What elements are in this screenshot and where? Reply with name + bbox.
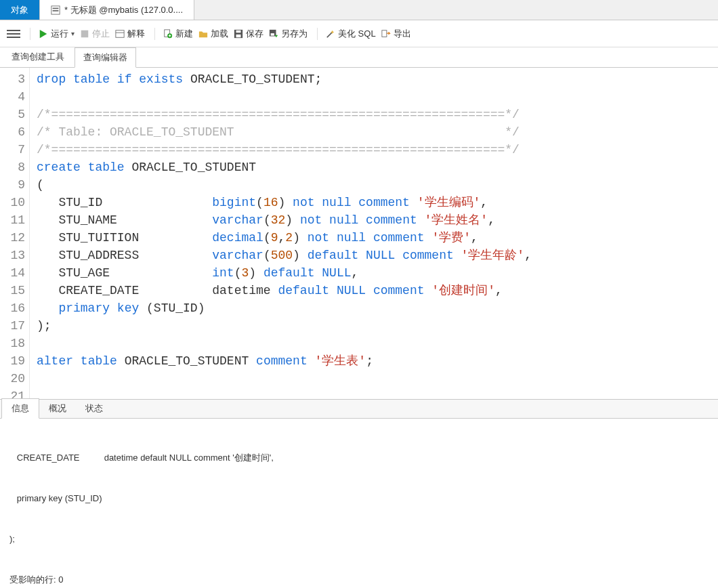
new-label: 新建 <box>175 28 193 40</box>
result-tab-status[interactable]: 状态 <box>76 399 112 418</box>
explain-icon <box>115 29 125 39</box>
tab-objects[interactable]: 对象 <box>0 0 40 20</box>
subtab-editor-label: 查询编辑器 <box>83 52 127 62</box>
beautify-label: 美化 SQL <box>338 28 376 40</box>
stop-icon <box>80 29 89 39</box>
top-tabs: 对象 * 无标题 @mybatis (127.0.0.... <box>0 0 718 20</box>
result-tab-profile-label: 概况 <box>49 403 66 413</box>
result-tab-info-label: 信息 <box>12 403 29 413</box>
tab-file[interactable]: * 无标题 @mybatis (127.0.0.... <box>40 0 194 20</box>
export-icon <box>381 29 391 39</box>
result-line: CREATE_DATE datetime default NULL commen… <box>9 451 709 465</box>
subtab-editor[interactable]: 查询编辑器 <box>75 47 136 68</box>
stop-button[interactable]: 停止 <box>80 28 110 40</box>
export-button[interactable]: 导出 <box>381 28 411 40</box>
save-as-button[interactable]: 另存为 <box>269 28 308 40</box>
save-label: 保存 <box>246 28 263 40</box>
toolbar-group-run: 运行 ▾ 停止 解释 <box>30 28 145 40</box>
toolbar: 运行 ▾ 停止 解释 新建 加载 <box>0 20 718 47</box>
result-pane[interactable]: CREATE_DATE datetime default NULL commen… <box>0 419 718 588</box>
code-editor[interactable]: 3456789101112131415161718192021 drop tab… <box>0 68 718 400</box>
new-icon <box>163 29 173 39</box>
stop-label: 停止 <box>92 28 110 40</box>
result-tab-status-label: 状态 <box>85 403 103 413</box>
svg-rect-12 <box>236 34 241 37</box>
tab-file-label: * 无标题 @mybatis (127.0.0.... <box>64 4 183 16</box>
svg-rect-5 <box>116 30 124 37</box>
run-button[interactable]: 运行 ▾ <box>39 28 75 40</box>
result-line: ); <box>9 532 709 546</box>
svg-rect-1 <box>53 7 59 9</box>
toolbar-group-sql: 美化 SQL 导出 <box>317 28 411 40</box>
svg-rect-17 <box>382 30 387 37</box>
open-folder-icon <box>198 29 208 39</box>
svg-rect-13 <box>236 30 241 33</box>
save-as-icon <box>269 29 278 39</box>
result-tab-profile[interactable]: 概况 <box>39 399 76 418</box>
menu-button[interactable] <box>7 27 20 41</box>
new-button[interactable]: 新建 <box>163 28 193 40</box>
toolbar-group-file: 新建 加载 保存 另存为 <box>154 28 308 40</box>
subtab-builder-label: 查询创建工具 <box>12 51 64 62</box>
result-line: primary key (STU_ID) <box>9 492 709 505</box>
chevron-down-icon: ▾ <box>71 30 75 37</box>
svg-rect-2 <box>53 10 59 12</box>
result-tab-info[interactable]: 信息 <box>1 398 39 419</box>
export-label: 导出 <box>394 28 411 40</box>
save-button[interactable]: 保存 <box>234 28 263 40</box>
load-button[interactable]: 加载 <box>198 28 228 40</box>
save-icon <box>234 29 243 39</box>
explain-button[interactable]: 解释 <box>115 28 145 40</box>
explain-label: 解释 <box>127 28 145 40</box>
code-area[interactable]: drop table if exists ORACLE_TO_STUDENT; … <box>30 68 718 399</box>
result-tabs: 信息 概况 状态 <box>0 400 718 419</box>
line-gutter: 3456789101112131415161718192021 <box>0 68 30 399</box>
wand-icon <box>326 29 335 39</box>
tab-objects-label: 对象 <box>11 4 28 16</box>
svg-rect-15 <box>271 33 274 36</box>
sql-file-icon <box>51 5 60 15</box>
result-line: 受影响的行: 0 <box>9 573 709 587</box>
load-label: 加载 <box>211 28 228 40</box>
query-subtabs: 查询创建工具 查询编辑器 <box>0 47 718 68</box>
play-icon <box>39 29 48 39</box>
save-as-label: 另存为 <box>281 28 308 40</box>
svg-rect-4 <box>81 30 89 37</box>
svg-marker-3 <box>40 29 47 37</box>
beautify-button[interactable]: 美化 SQL <box>326 28 376 40</box>
subtab-builder[interactable]: 查询创建工具 <box>3 47 73 67</box>
run-label: 运行 <box>51 28 68 40</box>
svg-line-16 <box>327 33 332 37</box>
